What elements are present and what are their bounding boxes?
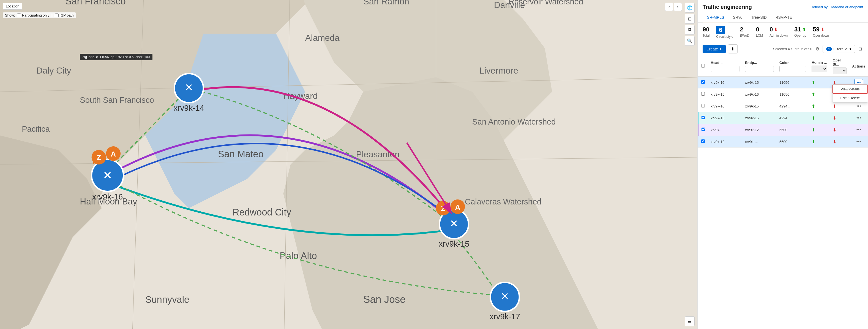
map-list-button[interactable]: ☰ — [685, 316, 694, 326]
svg-text:Redwood City: Redwood City — [232, 207, 291, 217]
table-settings-button[interactable]: ⊟ — [857, 45, 863, 53]
participating-only-checkbox[interactable] — [17, 13, 21, 17]
context-menu-view-details[interactable]: View details — [833, 85, 868, 94]
toolbar-left: Create ▼ ⬆ — [703, 44, 738, 53]
svg-text:Livermore: Livermore — [479, 65, 518, 76]
row-endpoint: xrv9k-16 — [742, 88, 777, 100]
map-section: Oakland San Francisco Alameda San Ramon … — [0, 0, 698, 329]
layers-icon-button[interactable]: ⧉ — [685, 25, 694, 35]
topology-icon-button[interactable]: ⊞ — [685, 14, 694, 24]
row-color: 4294... — [777, 112, 809, 124]
row-checkbox[interactable] — [701, 139, 705, 143]
oper-down-icon: ⬇ — [821, 27, 824, 32]
map-background: Oakland San Francisco Alameda San Ramon … — [0, 0, 698, 329]
oper-filter-select[interactable] — [833, 67, 847, 74]
panel-header: Traffic engineering Refined by: Headend … — [698, 0, 868, 23]
search-icon-button[interactable]: 🔍 — [685, 36, 694, 46]
endpoint-filter-input[interactable] — [745, 66, 774, 72]
map-prev-button[interactable]: ‹ — [665, 3, 673, 11]
filter-badge: 1 — [826, 47, 832, 51]
admin-up-icon: ⬆ — [812, 104, 815, 109]
location-button[interactable]: Location — [3, 3, 22, 10]
svg-text:South San Francisco: South San Francisco — [80, 95, 154, 104]
map-controls: 🌐 ⊞ ⧉ 🔍 — [685, 3, 694, 46]
row-checkbox[interactable] — [702, 116, 705, 119]
row-endpoint: xrv9k-12 — [742, 124, 777, 136]
svg-text:xrv9k-14: xrv9k-14 — [174, 104, 204, 112]
filter-button[interactable]: 1 Filters ✕ ▾ — [823, 45, 855, 53]
column-settings-button[interactable]: ⚙ — [814, 45, 820, 53]
admin-up-icon: ⬆ — [812, 116, 815, 120]
export-icon: ⬆ — [731, 46, 735, 52]
tab-srv6[interactable]: SRv6 — [728, 13, 747, 22]
svg-text:xrv9k-16: xrv9k-16 — [92, 192, 123, 201]
stats-row: 90 Total 6 Circuit style 2 BWoD 0 LCM 0 … — [698, 23, 868, 42]
participating-only-label[interactable]: Participating only — [17, 13, 49, 17]
th-endpoint-label: Endp... — [745, 61, 757, 65]
map-next-button[interactable]: › — [674, 3, 682, 11]
svg-text:Pacifica: Pacifica — [22, 125, 50, 133]
selected-info: Selected 4 / Total 6 of 90 — [773, 47, 812, 51]
map-nav: ‹ › — [665, 3, 682, 11]
row-actions-button[interactable]: ••• — [855, 127, 863, 133]
tab-rsvp-te[interactable]: RSVP-TE — [771, 13, 797, 22]
right-panel: Traffic engineering Refined by: Headend … — [698, 0, 868, 329]
stat-bwod-value: 2 — [740, 26, 743, 33]
stat-admin-down-value: 0 — [770, 26, 773, 33]
th-admin: Admin ... — [809, 56, 830, 77]
stat-lcm-value: 0 — [756, 26, 759, 33]
svg-text:Z: Z — [97, 154, 101, 162]
row-actions-button[interactable]: ••• — [855, 138, 863, 145]
row-endpoint: xrv9k-... — [742, 136, 777, 148]
map-tooltip: cfg_srte_c_11056_ep_192.168.0.5_discr_10… — [80, 54, 152, 60]
stat-circuit-style[interactable]: 6 Circuit style — [716, 26, 733, 38]
th-color: Color — [777, 56, 809, 77]
stat-circuit-value: 6 — [716, 26, 725, 34]
tab-sr-mpls[interactable]: SR-MPLS — [703, 13, 728, 22]
stat-admin-down: 0 ⬇ Admin down — [770, 26, 788, 37]
stat-oper-down-label: Oper down — [813, 34, 829, 37]
admin-filter-select[interactable] — [812, 65, 827, 72]
select-all-checkbox[interactable] — [701, 64, 705, 67]
filter-label: Filters — [834, 47, 843, 51]
headend-filter-input[interactable] — [711, 66, 740, 72]
row-actions: ••• View details Edit / Delete — [849, 77, 868, 88]
th-headend: Head... — [708, 56, 743, 77]
row-checkbox[interactable] — [701, 92, 705, 95]
export-button[interactable]: ⬆ — [728, 44, 738, 53]
table-row: xrv9k-16 xrv9k-15 11056 ⬆ ⬇ ••• View det… — [698, 77, 868, 88]
row-checkbox[interactable] — [701, 80, 705, 84]
separator: | — [52, 13, 52, 17]
igp-path-checkbox[interactable] — [55, 13, 59, 17]
svg-text:San Jose: San Jose — [363, 294, 406, 305]
row-actions-button[interactable]: ••• — [855, 103, 863, 109]
row-oper-st: ⬇ — [830, 136, 849, 148]
svg-text:✕: ✕ — [501, 291, 509, 302]
context-menu-edit-delete[interactable]: Edit / Delete — [833, 94, 868, 102]
toolbar-right: Selected 4 / Total 6 of 90 ⚙ 1 Filters ✕… — [773, 45, 863, 53]
stat-oper-down-value: 59 — [813, 26, 819, 33]
tab-tree-sid[interactable]: Tree-SID — [747, 13, 771, 22]
igp-path-label[interactable]: IGP path — [55, 13, 74, 17]
stat-total-value: 90 — [703, 26, 709, 33]
color-filter-input[interactable] — [779, 66, 806, 72]
globe-icon-button[interactable]: 🌐 — [685, 3, 694, 13]
th-oper-st-label: Oper St... — [833, 58, 841, 66]
row-checkbox[interactable] — [701, 104, 705, 107]
row-color: 5600 — [777, 124, 809, 136]
row-color: 4294... — [777, 100, 809, 112]
admin-up-icon: ⬆ — [812, 139, 815, 144]
filter-close-icon: ✕ — [845, 47, 848, 51]
row-headend: xrv9k-12 — [708, 136, 743, 148]
row-actions-button[interactable]: ••• — [855, 115, 863, 121]
refined-by-label: Refined by: Headend or endpoint — [810, 5, 863, 9]
svg-text:San Ramon: San Ramon — [363, 0, 409, 6]
svg-text:San Mateo: San Mateo — [218, 149, 264, 159]
oper-up-icon: ⬆ — [802, 27, 806, 32]
th-oper-st: Oper St... — [830, 56, 849, 77]
row-color: 11056 — [777, 88, 809, 100]
row-headend: xrv9k-15 — [708, 88, 743, 100]
row-checkbox[interactable] — [702, 128, 705, 131]
create-button[interactable]: Create ▼ — [703, 45, 726, 53]
row-headend: xrv9k-16 — [708, 77, 743, 88]
